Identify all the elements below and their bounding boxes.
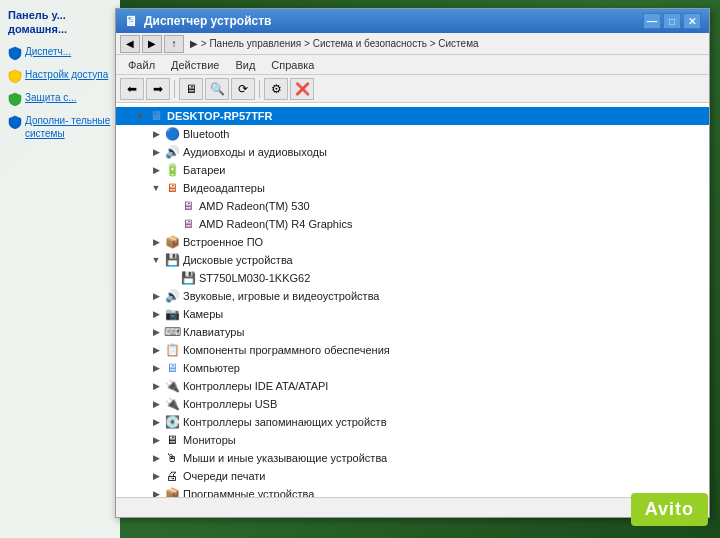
battery-label: Батареи: [183, 164, 226, 176]
window-title: Диспетчер устройств: [144, 14, 643, 28]
toolbar-btn-1[interactable]: ⬅: [120, 78, 144, 100]
back-button[interactable]: ◀: [120, 35, 140, 53]
toolbar-btn-7[interactable]: ❌: [290, 78, 314, 100]
tree-item-cameras[interactable]: ▶ 📷 Камеры: [116, 305, 709, 323]
expander-ide[interactable]: ▶: [148, 377, 164, 395]
tree-item-computer[interactable]: ▶ 🖥 Компьютер: [116, 359, 709, 377]
amd530-icon: 🖥: [180, 198, 196, 214]
expander-cameras[interactable]: ▶: [148, 305, 164, 323]
monitors-label: Мониторы: [183, 434, 236, 446]
tree-item-keyboards[interactable]: ▶ ⌨ Клавиатуры: [116, 323, 709, 341]
up-button[interactable]: ↑: [164, 35, 184, 53]
tree-item-usb[interactable]: ▶ 🔌 Контроллеры USB: [116, 395, 709, 413]
tree-item-video-adapters[interactable]: ▼ 🖥 Видеоадаптеры: [116, 179, 709, 197]
expander-builtin[interactable]: ▶: [148, 233, 164, 251]
expander-prog[interactable]: ▶: [148, 485, 164, 497]
expander-monitors[interactable]: ▶: [148, 431, 164, 449]
tree-root[interactable]: ▼ 🖥 DESKTOP-RP57TFR: [116, 107, 709, 125]
software-label: Компоненты программного обеспечения: [183, 344, 390, 356]
toolbar: ⬅ ➡ 🖥 🔍 ⟳ ⚙ ❌: [116, 75, 709, 103]
maximize-button[interactable]: □: [663, 13, 681, 29]
bluetooth-label: Bluetooth: [183, 128, 229, 140]
panel-title: Панель у... домашня...: [8, 8, 112, 37]
expander-amd530: ▶: [164, 197, 180, 215]
tree-item-software[interactable]: ▶ 📋 Компоненты программного обеспечения: [116, 341, 709, 359]
shield-icon-blue: [8, 46, 22, 60]
computer-icon: 🖥: [148, 108, 164, 124]
expander-battery[interactable]: ▶: [148, 161, 164, 179]
expander-mice[interactable]: ▶: [148, 449, 164, 467]
ide-icon: 🔌: [164, 378, 180, 394]
menu-view[interactable]: Вид: [227, 57, 263, 73]
bluetooth-icon: 🔵: [164, 126, 180, 142]
sidebar-link-dopoln[interactable]: Дополни- тельные системы: [8, 114, 112, 144]
tree-item-sound[interactable]: ▶ 🔊 Звуковые, игровые и видеоустройства: [116, 287, 709, 305]
expander-disk[interactable]: ▼: [148, 251, 164, 269]
expander-usb[interactable]: ▶: [148, 395, 164, 413]
st750-icon: 💾: [180, 270, 196, 286]
audio-io-icon: 🔊: [164, 144, 180, 160]
sidebar-link-zashita[interactable]: Защита с...: [8, 91, 112, 108]
cameras-label: Камеры: [183, 308, 223, 320]
shield-icon-blue2: [8, 115, 22, 129]
print-icon: 🖨: [164, 468, 180, 484]
menu-help[interactable]: Справка: [263, 57, 322, 73]
expander-root[interactable]: ▼: [132, 107, 148, 125]
sound-label: Звуковые, игровые и видеоустройства: [183, 290, 380, 302]
toolbar-btn-5[interactable]: ⟳: [231, 78, 255, 100]
tree-item-storage[interactable]: ▶ 💽 Контроллеры запоминающих устройств: [116, 413, 709, 431]
tree-item-ide[interactable]: ▶ 🔌 Контроллеры IDE ATA/ATAPI: [116, 377, 709, 395]
tree-item-st750[interactable]: ▶ 💾 ST750LM030-1KKG62: [116, 269, 709, 287]
tree-item-battery[interactable]: ▶ 🔋 Батареи: [116, 161, 709, 179]
device-tree[interactable]: ▼ 🖥 DESKTOP-RP57TFR ▶ 🔵 Bluetooth ▶ 🔊 Ау…: [116, 103, 709, 497]
minimize-button[interactable]: —: [643, 13, 661, 29]
title-bar: 🖥 Диспетчер устройств — □ ✕: [116, 9, 709, 33]
link-nastroika[interactable]: Настройк доступа: [25, 68, 108, 81]
tree-item-mice[interactable]: ▶ 🖱 Мыши и иные указывающие устройства: [116, 449, 709, 467]
storage-label: Контроллеры запоминающих устройств: [183, 416, 386, 428]
link-zashita[interactable]: Защита с...: [25, 91, 77, 104]
link-dispetcher[interactable]: Диспетч...: [25, 45, 71, 58]
link-dopoln[interactable]: Дополни- тельные системы: [25, 114, 112, 140]
expander-sound[interactable]: ▶: [148, 287, 164, 305]
tree-item-print[interactable]: ▶ 🖨 Очереди печати: [116, 467, 709, 485]
close-button[interactable]: ✕: [683, 13, 701, 29]
root-label: DESKTOP-RP57TFR: [167, 110, 273, 122]
sidebar-link-nastroika[interactable]: Настройк доступа: [8, 68, 112, 85]
software-icon: 📋: [164, 342, 180, 358]
tree-item-amd-530[interactable]: ▶ 🖥 AMD Radeon(TM) 530: [116, 197, 709, 215]
tree-item-disk[interactable]: ▼ 💾 Дисковые устройства: [116, 251, 709, 269]
toolbar-separator-2: [259, 80, 260, 98]
tree-item-bluetooth[interactable]: ▶ 🔵 Bluetooth: [116, 125, 709, 143]
sidebar-link-dispetcher[interactable]: Диспетч...: [8, 45, 112, 62]
expander-video[interactable]: ▼: [148, 179, 164, 197]
tree-item-audio-io[interactable]: ▶ 🔊 Аудиовходы и аудиовыходы: [116, 143, 709, 161]
amdr4-icon: 🖥: [180, 216, 196, 232]
tree-item-amd-r4[interactable]: ▶ 🖥 AMD Radeon(TM) R4 Graphics: [116, 215, 709, 233]
keyboards-label: Клавиатуры: [183, 326, 244, 338]
sound-icon: 🔊: [164, 288, 180, 304]
expander-software[interactable]: ▶: [148, 341, 164, 359]
toolbar-btn-3[interactable]: 🖥: [179, 78, 203, 100]
address-text: ▶ > Панель управления > Система и безопа…: [190, 38, 479, 49]
forward-button[interactable]: ▶: [142, 35, 162, 53]
menu-action[interactable]: Действие: [163, 57, 227, 73]
video-icon: 🖥: [164, 180, 180, 196]
control-panel-sidebar: Панель у... домашня... Диспетч... Настро…: [0, 0, 120, 538]
tree-item-monitors[interactable]: ▶ 🖥 Мониторы: [116, 431, 709, 449]
expander-keyboards[interactable]: ▶: [148, 323, 164, 341]
expander-computer[interactable]: ▶: [148, 359, 164, 377]
expander-storage[interactable]: ▶: [148, 413, 164, 431]
expander-print[interactable]: ▶: [148, 467, 164, 485]
prog-label: Программные устройства: [183, 488, 314, 497]
toolbar-btn-6[interactable]: ⚙: [264, 78, 288, 100]
expander-bluetooth[interactable]: ▶: [148, 125, 164, 143]
toolbar-btn-2[interactable]: ➡: [146, 78, 170, 100]
tree-item-builtin[interactable]: ▶ 📦 Встроенное ПО: [116, 233, 709, 251]
mice-icon: 🖱: [164, 450, 180, 466]
menu-file[interactable]: Файл: [120, 57, 163, 73]
window-controls: — □ ✕: [643, 13, 701, 29]
toolbar-btn-4[interactable]: 🔍: [205, 78, 229, 100]
tree-item-prog-devices[interactable]: ▶ 📦 Программные устройства: [116, 485, 709, 497]
expander-audio-io[interactable]: ▶: [148, 143, 164, 161]
